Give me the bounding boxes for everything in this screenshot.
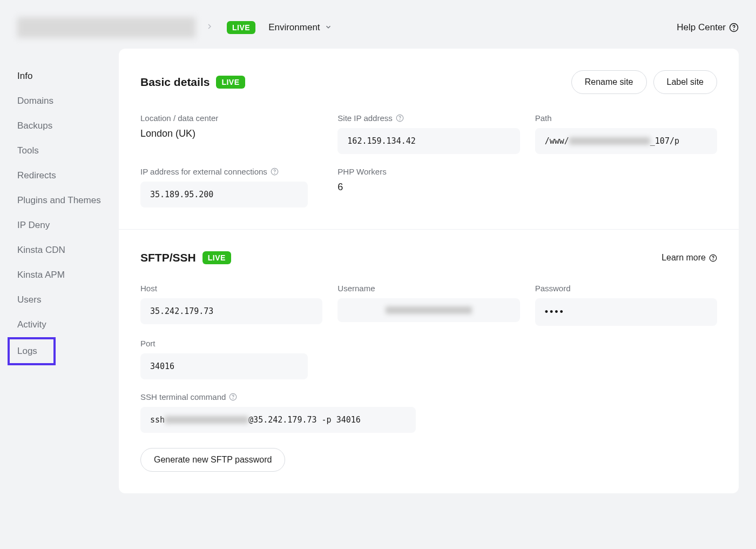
sidebar-item-tools[interactable]: Tools <box>17 138 119 163</box>
path-label: Path <box>535 113 717 123</box>
sidebar-item-users[interactable]: Users <box>17 287 119 312</box>
sftp-live-badge: LIVE <box>202 251 231 264</box>
username-field: Username <box>338 284 519 326</box>
svg-point-9 <box>233 398 234 399</box>
ssh-command-field: SSH terminal command ssh @35.242.179.73 … <box>140 392 717 433</box>
sidebar-item-domains[interactable]: Domains <box>17 89 119 113</box>
password-field: Password •••• <box>535 284 717 326</box>
location-field: Location / data center London (UK) <box>140 113 322 154</box>
ip-external-label: IP address for external connections <box>140 167 267 176</box>
sidebar-item-backups[interactable]: Backups <box>17 113 119 138</box>
help-icon <box>709 254 717 262</box>
site-ip-field: Site IP address 162.159.134.42 <box>338 113 519 154</box>
help-tooltip-icon[interactable] <box>229 393 237 401</box>
ssh-command-value[interactable]: ssh @35.242.179.73 -p 34016 <box>140 407 416 433</box>
ssh-command-label: SSH terminal command <box>140 392 226 401</box>
host-value[interactable]: 35.242.179.73 <box>140 298 322 324</box>
svg-point-7 <box>713 259 713 260</box>
environment-dropdown[interactable]: Environment <box>268 22 332 33</box>
help-tooltip-icon[interactable] <box>271 168 279 176</box>
sidebar-item-kinsta-cdn[interactable]: Kinsta CDN <box>17 238 119 263</box>
port-label: Port <box>140 339 322 348</box>
live-badge: LIVE <box>227 21 255 34</box>
sidebar-item-info[interactable]: Info <box>17 64 119 89</box>
ssh-user-redacted <box>165 416 248 424</box>
sidebar: Info Domains Backups Tools Redirects Plu… <box>0 49 119 493</box>
location-value: London (UK) <box>140 128 322 139</box>
path-value[interactable]: /www/_107/p <box>535 128 717 154</box>
location-label: Location / data center <box>140 113 322 123</box>
sftp-ssh-section: SFTP/SSH LIVE Learn more Host 35.242.179… <box>119 229 739 493</box>
ip-external-value[interactable]: 35.189.95.200 <box>140 182 308 207</box>
sidebar-item-kinsta-apm[interactable]: Kinsta APM <box>17 263 119 287</box>
basic-live-badge: LIVE <box>216 76 245 89</box>
username-label: Username <box>338 284 519 293</box>
php-workers-value: 6 <box>338 182 519 193</box>
generate-sftp-password-button[interactable]: Generate new SFTP password <box>140 448 285 472</box>
password-label: Password <box>535 284 717 293</box>
ip-external-field: IP address for external connections 35.1… <box>140 167 322 207</box>
svg-point-3 <box>400 119 400 120</box>
learn-more-link[interactable]: Learn more <box>662 253 717 263</box>
php-workers-field: PHP Workers 6 <box>338 167 519 207</box>
host-field: Host 35.242.179.73 <box>140 284 322 326</box>
username-redacted <box>386 306 472 314</box>
basic-details-title: Basic details <box>140 76 210 89</box>
svg-point-1 <box>734 29 734 30</box>
sidebar-item-redirects[interactable]: Redirects <box>17 163 119 188</box>
site-ip-value[interactable]: 162.159.134.42 <box>338 128 519 154</box>
chevron-down-icon <box>325 23 332 32</box>
host-label: Host <box>140 284 322 293</box>
help-center-link[interactable]: Help Center <box>677 22 739 33</box>
basic-details-section: Basic details LIVE Rename site Label sit… <box>119 49 739 229</box>
sidebar-item-ip-deny[interactable]: IP Deny <box>17 213 119 238</box>
help-tooltip-icon[interactable] <box>396 114 404 122</box>
sidebar-item-activity[interactable]: Activity <box>17 312 119 337</box>
label-site-button[interactable]: Label site <box>653 70 718 94</box>
environment-label: Environment <box>268 22 320 33</box>
help-icon <box>729 23 739 32</box>
sidebar-item-plugins-themes[interactable]: Plugins and Themes <box>17 188 119 213</box>
site-name-redacted <box>17 17 195 38</box>
help-center-label: Help Center <box>677 22 726 33</box>
chevron-right-icon <box>205 22 214 33</box>
site-ip-label: Site IP address <box>338 113 392 123</box>
path-redacted <box>569 137 650 145</box>
port-field: Port 34016 <box>140 339 322 379</box>
php-workers-label: PHP Workers <box>338 167 519 176</box>
sftp-title: SFTP/SSH <box>140 251 196 264</box>
rename-site-button[interactable]: Rename site <box>571 70 647 94</box>
svg-point-5 <box>274 173 275 173</box>
path-field: Path /www/_107/p <box>535 113 717 154</box>
password-value[interactable]: •••• <box>535 298 717 326</box>
sidebar-item-logs[interactable]: Logs <box>8 337 56 365</box>
port-value[interactable]: 34016 <box>140 353 308 379</box>
username-value[interactable] <box>338 298 519 322</box>
topbar: LIVE Environment Help Center <box>0 0 756 49</box>
